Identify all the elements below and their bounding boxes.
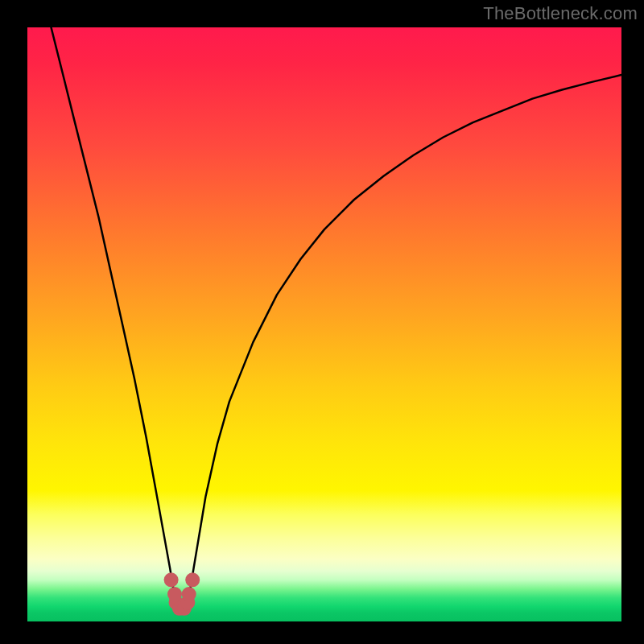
gradient-background	[27, 27, 621, 621]
chart-stage: TheBottleneck.com	[0, 0, 644, 644]
plot-area	[27, 27, 621, 621]
watermark-text: TheBottleneck.com	[483, 3, 638, 24]
